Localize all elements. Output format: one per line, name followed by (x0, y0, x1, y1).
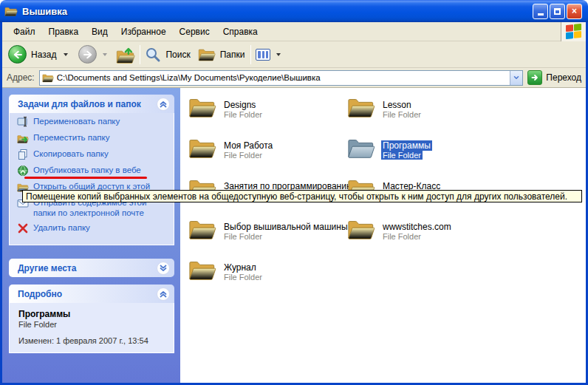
search-icon (145, 47, 161, 63)
tooltip-text: Помещение копий выбранных элементов на о… (26, 191, 567, 202)
back-icon (8, 45, 27, 64)
title-bar: Вышивка × (0, 0, 588, 22)
task-link[interactable]: Удалить папку (33, 222, 90, 233)
address-bar: Адрес: C:\Documents and Settings\Liza\My… (2, 68, 586, 88)
move-icon (17, 132, 29, 144)
back-button[interactable]: Назад (8, 45, 71, 64)
file-item[interactable]: wwwstitches.comFile Folder (347, 218, 504, 242)
folders-button[interactable]: Папки (198, 47, 247, 62)
folder-icon (188, 137, 216, 160)
address-input[interactable]: C:\Documents and Settings\Liza\My Docume… (39, 70, 524, 86)
views-dropdown-icon (276, 53, 281, 56)
task-link[interactable]: Скопировать папку (33, 149, 109, 159)
task-pane: Задачи для файлов и папок (2, 88, 180, 383)
content-area: Задачи для файлов и папок (2, 88, 586, 383)
task-link[interactable]: Переименовать папку (33, 116, 120, 126)
maximize-icon (554, 8, 561, 15)
forward-dropdown-icon[interactable] (103, 53, 107, 56)
task-rename-folder[interactable]: Переименовать папку (17, 116, 171, 128)
menu-file[interactable]: Файл (7, 24, 42, 40)
file-type: File Folder (381, 151, 432, 160)
folder-icon-selected (347, 137, 375, 160)
views-button[interactable] (256, 49, 284, 61)
window-body: Файл Правка Вид Избранное Сервис Справка… (0, 22, 588, 385)
minimize-button[interactable] (533, 4, 548, 19)
maximize-button[interactable] (550, 4, 565, 19)
menu-help[interactable]: Справка (216, 24, 264, 40)
address-label: Адрес: (7, 72, 35, 83)
panel-details-body: Программы File Folder Изменен: 1 февраля… (9, 303, 174, 353)
go-label: Переход (546, 72, 581, 83)
address-value[interactable]: C:\Documents and Settings\Liza\My Docume… (57, 73, 510, 82)
panel-details-header[interactable]: Подробно (9, 285, 174, 303)
back-dropdown-icon[interactable] (64, 53, 68, 56)
address-folder-icon (42, 73, 54, 83)
details-item-modified: Изменен: 1 февраля 2007 г., 13:54 (18, 336, 171, 345)
publish-globe-icon (17, 165, 29, 177)
folders-icon (198, 47, 216, 62)
folder-icon (347, 218, 375, 241)
folder-icon (188, 259, 216, 282)
rename-icon (17, 116, 29, 128)
window-folder-icon (4, 6, 18, 17)
task-copy-folder[interactable]: Скопировать папку (17, 149, 171, 160)
collapse-button[interactable] (157, 287, 170, 301)
chevron-down-icon (513, 74, 520, 81)
task-link[interactable]: Опубликовать папку в вебе (33, 165, 141, 175)
folder-icon (347, 96, 375, 119)
file-name: Designs (222, 100, 264, 110)
forward-icon (78, 45, 97, 64)
search-button[interactable]: Поиск (145, 47, 191, 63)
copy-icon (17, 149, 29, 160)
toolbar-separator (140, 45, 140, 64)
task-publish-folder[interactable]: Опубликовать папку в вебе (17, 165, 171, 177)
windows-logo (561, 22, 586, 41)
panel-file-tasks-body: Переименовать папку Переместить папку (9, 113, 174, 245)
file-name: Lesson (381, 100, 423, 110)
panel-file-tasks-header[interactable]: Задачи для файлов и папок (9, 95, 174, 113)
panel-other-places: Другие места (9, 259, 174, 277)
file-item[interactable]: DesignsFile Folder (188, 96, 345, 120)
panel-details: Подробно Программы File Folder Изменен: … (9, 285, 174, 353)
toolbar: Назад Поиск (2, 41, 586, 68)
menu-edit[interactable]: Правка (42, 24, 86, 40)
folder-icon (188, 218, 216, 241)
file-item[interactable]: Выбор вышивальной машиныFile Folder (188, 218, 345, 242)
expand-button[interactable] (157, 262, 170, 275)
tooltip: Помещение копий выбранных элементов на о… (22, 190, 582, 202)
address-dropdown-button[interactable] (510, 71, 522, 85)
file-name: Моя Работа (222, 140, 274, 151)
chevron-down-icon (158, 263, 168, 273)
menu-favorites[interactable]: Избранное (114, 24, 173, 40)
file-item[interactable]: LessonFile Folder (347, 96, 504, 120)
up-folder-icon (116, 46, 135, 64)
collapse-button[interactable] (157, 98, 170, 111)
task-move-folder[interactable]: Переместить папку (17, 132, 171, 144)
file-list: DesignsFile Folder Моя РаботаFile Folder… (180, 88, 586, 383)
file-type: File Folder (381, 110, 423, 120)
file-item[interactable]: ЖурналFile Folder (188, 259, 345, 282)
panel-title: Подробно (18, 289, 157, 299)
toolbar-separator (250, 45, 251, 64)
up-button[interactable] (116, 46, 135, 64)
go-arrow-icon (530, 73, 539, 82)
go-button[interactable] (527, 70, 542, 85)
file-type: File Folder (222, 110, 264, 120)
task-delete-folder[interactable]: Удалить папку (17, 222, 171, 234)
file-name: Программы (381, 140, 432, 151)
annotation-red-underline (24, 177, 147, 179)
panel-other-places-header[interactable]: Другие места (9, 259, 174, 277)
menu-tools[interactable]: Сервис (173, 24, 216, 40)
menu-view[interactable]: Вид (85, 24, 114, 40)
explorer-window: Вышивка × Файл Правка Вид Избранное Серв… (0, 0, 588, 385)
forward-button[interactable] (78, 45, 110, 64)
folder-icon (188, 96, 216, 119)
file-item-selected[interactable]: ПрограммыFile Folder (347, 137, 504, 160)
back-label: Назад (31, 50, 56, 60)
details-item-name: Программы (18, 309, 171, 319)
file-name: Журнал (222, 262, 264, 273)
file-item[interactable]: Моя РаботаFile Folder (188, 137, 345, 160)
chevron-up-icon (158, 289, 168, 299)
close-button[interactable]: × (567, 4, 582, 19)
task-link[interactable]: Переместить папку (33, 132, 109, 143)
